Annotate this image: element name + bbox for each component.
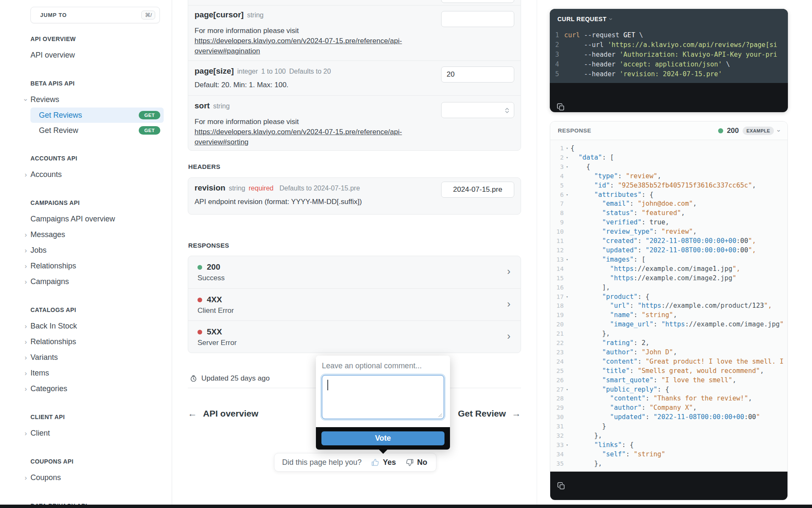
chevron-right-icon: › — [507, 299, 510, 309]
sidebar-item-coupons[interactable]: ›Coupons — [30, 470, 164, 486]
response-row-5xx[interactable]: 5XXServer Error› — [188, 320, 521, 353]
response-status-code: 200 — [727, 127, 739, 135]
sidebar-item-jobs[interactable]: ›Jobs — [30, 243, 164, 258]
revision-input[interactable] — [441, 182, 514, 198]
json-code-line: 26 "smart_quote": "I love the smell", — [550, 376, 787, 385]
json-code-line: 21 }, — [550, 329, 787, 339]
sidebar-item-get-reviews[interactable]: Get ReviewsGET — [30, 108, 164, 123]
feedback-no-button[interactable]: No — [405, 458, 427, 467]
response-title: RESPONSE — [558, 127, 591, 134]
sort-select[interactable] — [441, 102, 514, 118]
vote-button[interactable]: Vote — [321, 431, 444, 445]
sidebar-item-categories[interactable]: ›Categories — [30, 381, 164, 397]
curl-code-area: CURL REQUEST › 1curl --request GET \2 --… — [550, 9, 788, 83]
json-code-line: 22 "rating": 2, — [550, 339, 787, 348]
sidebar-nav: API OVERVIEWAPI overviewBETA APIS API›Re… — [17, 36, 168, 508]
chevron-right-icon: › — [23, 429, 28, 438]
sidebar-item-label: Campaigns — [30, 277, 69, 286]
response-header: RESPONSE 200 EXAMPLE › — [550, 121, 787, 140]
json-code-line: 12 "updated": "2022-11-08T00:00:00+00:00… — [550, 246, 787, 255]
sidebar-item-api-overview[interactable]: API overview — [30, 47, 164, 63]
sidebar-item-client[interactable]: ›Client — [30, 425, 164, 441]
curl-request-title: CURL REQUEST — [557, 16, 606, 22]
page-size-input[interactable] — [441, 66, 514, 83]
sidebar-item-label: Accounts — [30, 170, 62, 179]
copy-curl-button[interactable] — [557, 103, 565, 111]
next-page-link[interactable]: Get Review → — [458, 408, 521, 419]
last-updated-text: Updated 25 days ago — [201, 374, 270, 383]
sidebar-item-label: Jobs — [30, 246, 47, 255]
response-example-dropdown[interactable]: 200 EXAMPLE › — [718, 127, 780, 135]
status-dot — [198, 265, 202, 270]
jump-to-search[interactable]: JUMP TO ⌘/ — [30, 7, 160, 23]
response-row-4xx[interactable]: 4XXClient Error› — [188, 288, 521, 320]
feedback-comment-popup: Leave an optional comment... Vote — [316, 356, 450, 450]
required-flag: required — [249, 185, 274, 192]
sidebar-item-relationships[interactable]: ›Relationships — [30, 258, 164, 274]
feedback-yes-button[interactable]: Yes — [371, 458, 396, 467]
param-name: sort — [195, 101, 210, 110]
chevron-right-icon: › — [23, 385, 28, 393]
curl-code-line: 3 --header 'Authorization: Klaviyo-API-K… — [550, 50, 788, 60]
sidebar-item-get-review[interactable]: Get ReviewGET — [30, 123, 164, 138]
last-updated: Updated 25 days ago — [189, 374, 270, 383]
param-description: For more information please visit https:… — [195, 117, 436, 147]
param-row-partial — [188, 0, 521, 5]
param-type: string — [213, 102, 230, 110]
sidebar-item-back-in-stock[interactable]: ›Back In Stock — [30, 318, 164, 334]
sidebar-item-label: Messages — [30, 230, 65, 239]
param-name: revision — [195, 183, 225, 192]
sidebar-item-items[interactable]: ›Items — [30, 365, 164, 381]
get-method-badge: GET — [139, 126, 160, 135]
sidebar-section-title: CAMPAIGNS API — [30, 199, 168, 206]
response-row-200[interactable]: 200Success› — [188, 256, 521, 288]
status-200-dot — [718, 128, 723, 133]
chevron-down-icon: › — [776, 130, 782, 132]
param-description: For more information please visit https:… — [195, 26, 436, 56]
chevron-right-icon: › — [507, 331, 510, 341]
json-code-line: 10 "review_type": "review", — [550, 227, 787, 237]
copy-icon — [557, 103, 565, 111]
curl-code-line: 4 --header 'accept: application/json' \ — [550, 60, 788, 69]
curl-request-dropdown[interactable]: CURL REQUEST › — [550, 15, 788, 23]
chevron-right-icon: › — [23, 322, 28, 331]
json-code-line: 14 "https://example.com/image1.jpg", — [550, 265, 787, 274]
json-code-line: 1▾{ — [550, 144, 787, 153]
sidebar-item-relationships[interactable]: ›Relationships — [30, 334, 164, 350]
jump-to-label: JUMP TO — [40, 12, 67, 18]
json-code-line: 5 "id": "925e385b52fb405715f3616c337cc65… — [550, 181, 787, 190]
sidebar-item-campaigns-api-overview[interactable]: Campaigns API overview — [30, 211, 164, 227]
sorting-doc-link[interactable]: https://developers.klaviyo.com/en/v2024-… — [195, 128, 402, 146]
pagination-doc-link[interactable]: https://developers.klaviyo.com/en/v2024-… — [195, 37, 402, 55]
text-cursor — [327, 380, 328, 390]
chevron-right-icon: › — [23, 353, 28, 362]
resize-handle-icon[interactable] — [438, 413, 442, 417]
bottom-edge-bar — [0, 505, 812, 508]
prev-page-label: API overview — [203, 409, 258, 419]
sidebar-item-reviews[interactable]: ›Reviews — [30, 92, 164, 108]
page-cursor-input[interactable] — [441, 11, 514, 27]
sidebar-item-variants[interactable]: ›Variants — [30, 350, 164, 365]
response-code: 4XX — [207, 295, 222, 304]
json-code-line: 2▾ "data": [ — [550, 153, 787, 163]
prev-page-link[interactable]: ← API overview — [188, 408, 258, 419]
previous-param-input[interactable] — [441, 0, 514, 3]
comment-textarea[interactable] — [322, 375, 444, 419]
json-code-line: 7 "email": "john@doe.com", — [550, 199, 787, 209]
sidebar-item-messages[interactable]: ›Messages — [30, 227, 164, 243]
sidebar-item-accounts[interactable]: ›Accounts — [30, 167, 164, 182]
json-code-line: 15 "https://example.com/image2.jpg" — [550, 274, 787, 283]
param-range: 1 to 100 — [261, 68, 286, 75]
param-description: Default: 20. Min: 1. Max: 100. — [195, 80, 436, 90]
json-code-line: 16 ], — [550, 283, 787, 293]
json-code-line: 19 "name": "string", — [550, 311, 787, 320]
sidebar-section: BETA APIS API›ReviewsGet ReviewsGETGet R… — [17, 80, 168, 138]
sidebar-item-label: Relationships — [30, 262, 76, 271]
param-description: API endpoint revision (format: YYYY-MM-D… — [195, 197, 436, 207]
sidebar-item-campaigns[interactable]: ›Campaigns — [30, 274, 164, 290]
sidebar-item-label: Categories — [30, 384, 67, 393]
sidebar-item-label: Coupons — [30, 473, 61, 482]
chevron-right-icon: › — [23, 474, 28, 482]
copy-response-button[interactable] — [557, 482, 565, 490]
param-type: string — [247, 11, 263, 19]
